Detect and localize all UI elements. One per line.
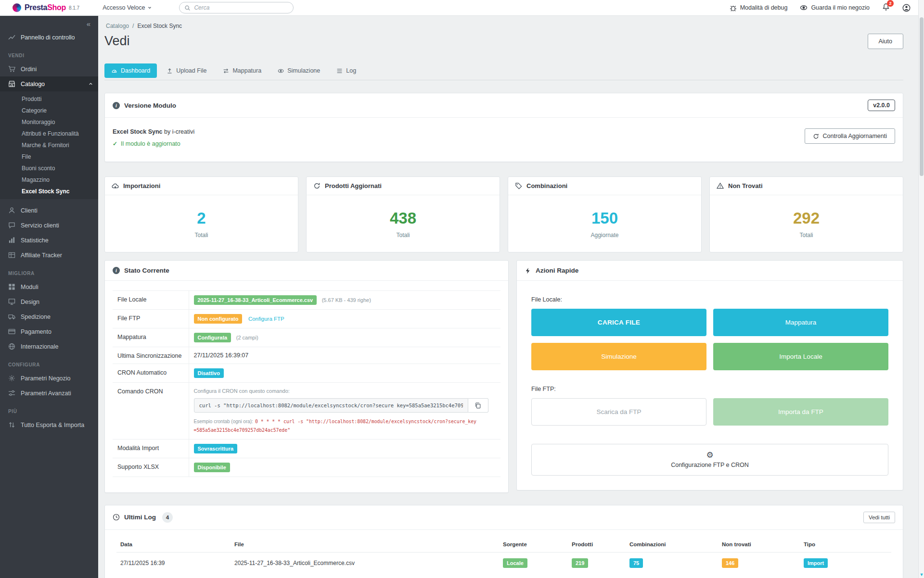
sidebar-item-servizio-clienti[interactable]: Servizio clienti — [0, 218, 98, 233]
log-combinazioni-badge: 75 — [629, 558, 643, 568]
breadcrumb: Catalogo / Excel Stock Sync — [106, 23, 903, 29]
quick-actions-title: Azioni Rapide — [536, 267, 578, 274]
brand-presta: Presta — [25, 3, 47, 12]
bug-icon — [730, 4, 737, 12]
sidebar-collapse-button[interactable]: « — [0, 16, 98, 28]
breadcrumb-current: Excel Stock Sync — [137, 23, 182, 29]
status-row-file-ftp: File FTP Non configurato Configura FTP — [113, 310, 500, 328]
cron-example-prefix: Esempio crontab (ogni ora): — [194, 419, 253, 424]
design-monitor-icon — [8, 298, 15, 305]
check-icon: ✓ — [113, 140, 117, 147]
log-col-combinazioni: Combinazioni — [626, 537, 718, 553]
sidebar-item-moduli[interactable]: Moduli — [0, 279, 98, 294]
log-row: 27/11/2025 16:39 2025-11-27_16-38-33_Art… — [116, 552, 891, 574]
prestashop-logo[interactable]: PrestaShop 8.1.7 — [0, 3, 79, 12]
catalogo-submenu: Prodotti Categorie Monitoraggio Attribut… — [0, 91, 98, 199]
prestashop-logo-icon — [13, 3, 21, 12]
exchange-icon — [223, 68, 229, 74]
copy-button[interactable] — [468, 398, 488, 413]
scrollbar-thumb[interactable] — [920, 17, 924, 176]
sidebar-section-migliora: MIGLIORA — [0, 263, 98, 279]
notifications-button[interactable]: 2 — [882, 3, 890, 13]
sidebar-subitem-categorie[interactable]: Categorie — [0, 105, 98, 116]
refresh-icon — [813, 133, 819, 139]
tab-mappatura[interactable]: Mappatura — [216, 63, 268, 78]
scarica-ftp-button[interactable]: Scarica da FTP — [531, 398, 706, 426]
notification-badge: 2 — [887, 0, 894, 7]
account-button[interactable] — [902, 4, 911, 12]
sidebar-item-pagamento[interactable]: Pagamento — [0, 324, 98, 339]
sidebar-item-clienti[interactable]: Clienti — [0, 203, 98, 218]
log-tipo-badge: Import — [804, 558, 828, 568]
sidebar-subitem-marche-fornitori[interactable]: Marche & Fornitori — [0, 139, 98, 151]
cron-command-group — [194, 398, 488, 413]
tab-upload-file[interactable]: Upload File — [160, 63, 213, 78]
mappatura-button[interactable]: Mappatura — [713, 309, 888, 336]
importa-ftp-button[interactable]: Importa da FTP — [713, 398, 888, 426]
log-col-non-trovati: Non trovati — [718, 537, 800, 553]
sidebar-subitem-prodotti[interactable]: Prodotti — [0, 93, 98, 105]
quick-access-menu[interactable]: Accesso Veloce — [103, 4, 152, 11]
file-ftp-label: File FTP: — [531, 386, 888, 392]
cart-icon — [8, 65, 15, 73]
check-updates-button[interactable]: Controlla Aggiornamenti — [805, 128, 895, 144]
store-icon — [8, 80, 15, 88]
view-shop-button[interactable]: Guarda il mio negozio — [800, 4, 870, 12]
debug-mode-button[interactable]: Modalità di debug — [730, 4, 788, 12]
log-cell-file: 2025-11-27_16-38-33_Articoli_Ecommerce.c… — [231, 552, 499, 574]
sidebar-item-catalogo[interactable]: Catalogo — [0, 76, 98, 91]
header-search — [179, 2, 294, 13]
view-shop-label: Guarda il mio negozio — [811, 4, 870, 11]
sidebar-subitem-file[interactable]: File — [0, 151, 98, 163]
importa-locale-button[interactable]: Importa Locale — [713, 343, 888, 370]
sidebar-subitem-monitoraggio[interactable]: Monitoraggio — [0, 116, 98, 128]
sidebar-item-ordini[interactable]: Ordini — [0, 62, 98, 76]
cron-hint: Configura il CRON con questo comando: — [194, 388, 496, 394]
info-icon: i — [113, 267, 120, 274]
sidebar-subitem-attributi[interactable]: Attributi e Funzionalità — [0, 128, 98, 139]
clock-icon — [113, 514, 120, 521]
simulazione-button[interactable]: Simulazione — [531, 343, 706, 370]
sidebar-item-dashboard[interactable]: Pannello di controllo — [0, 30, 98, 45]
scroll-down-icon[interactable]: ▼ — [919, 572, 924, 577]
sidebar-subitem-excel-stock-sync[interactable]: Excel Stock Sync — [0, 186, 98, 197]
sidebar-item-parametri-negozio[interactable]: Parametri Negozio — [0, 371, 98, 386]
customers-icon — [8, 207, 15, 214]
affiliate-icon — [8, 251, 15, 259]
sidebar-item-tutto-esporta-importa[interactable]: Tutto Esporta & Importa — [0, 417, 98, 432]
stat-value-prodotti: 438 — [390, 209, 416, 227]
card-importazioni: Importazioni 2 Totali — [104, 176, 298, 252]
sidebar-item-spedizione[interactable]: Spedizione — [0, 309, 98, 324]
breadcrumb-catalogo[interactable]: Catalogo — [106, 23, 129, 29]
tab-dashboard[interactable]: Dashboard — [104, 63, 157, 78]
sidebar-item-affiliate-tracker[interactable]: Affiliate Tracker — [0, 248, 98, 263]
module-status: ✓ Il modulo è aggiornato — [113, 140, 194, 147]
cron-command-input[interactable] — [194, 398, 468, 413]
version-panel: i Versione Modulo v2.0.0 Excel Stock Syn… — [104, 93, 903, 162]
log-col-tipo: Tipo — [800, 537, 891, 553]
config-ftp-cron-button[interactable]: ⚙ Configurazione FTP e CRON — [531, 444, 888, 476]
sidebar-subitem-buoni-sconto[interactable]: Buoni sconto — [0, 163, 98, 174]
debug-mode-label: Modalità di debug — [740, 4, 788, 11]
tab-log[interactable]: Log — [330, 63, 363, 78]
view-all-logs-button[interactable]: Vedi tutti — [863, 512, 895, 523]
carica-file-button[interactable]: CARICA FILE — [531, 309, 706, 336]
version-panel-title: Versione Modulo — [124, 102, 176, 109]
window-scrollbar[interactable]: ▼ — [918, 0, 924, 578]
configura-ftp-link[interactable]: Configura FTP — [248, 316, 284, 322]
sidebar-item-internazionale[interactable]: Internazionale — [0, 339, 98, 354]
sidebar-item-design[interactable]: Design — [0, 294, 98, 309]
version-panel-header: i Versione Modulo v2.0.0 — [105, 93, 903, 118]
help-button[interactable]: Aiuto — [868, 34, 904, 49]
sidebar-section-vendi: VENDI — [0, 45, 98, 62]
stat-value-importazioni: 2 — [197, 209, 205, 227]
lightning-icon — [525, 267, 531, 274]
file-locale-badge: 2025-11-27_16-38-33_Articoli_Ecommerce.c… — [194, 295, 317, 305]
sidebar-item-parametri-avanzati[interactable]: Parametri Avanzati — [0, 386, 98, 401]
status-row-file-locale: File Locale 2025-11-27_16-38-33_Articoli… — [113, 291, 500, 310]
card-combinazioni: Combinazioni 150 Aggiornate — [508, 176, 702, 252]
search-input[interactable] — [194, 4, 288, 11]
sidebar-subitem-magazzino[interactable]: Magazzino — [0, 174, 98, 186]
tab-simulazione[interactable]: Simulazione — [271, 63, 327, 78]
sidebar-item-statistiche[interactable]: Statistiche — [0, 233, 98, 248]
